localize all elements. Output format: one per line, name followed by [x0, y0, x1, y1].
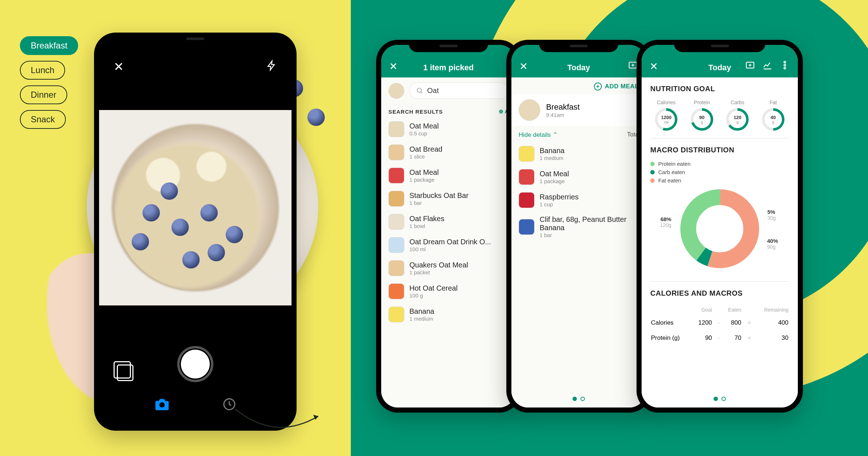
search-result[interactable]: Oat Bread 1 slice: [388, 141, 509, 164]
shutter-button[interactable]: [177, 346, 213, 382]
phone-notch: [140, 33, 251, 45]
meal-item[interactable]: Clif bar, 68g, Peanut Butter Banana 1 ba…: [519, 212, 639, 242]
pager-dot[interactable]: [714, 397, 718, 401]
hide-details-toggle[interactable]: Hide details ⌃: [519, 131, 558, 139]
goal-label: Protein: [686, 100, 718, 105]
blueberry: [132, 233, 149, 250]
meal-card[interactable]: Breakfast 9:41am: [511, 94, 646, 126]
result-name: Oat Flakes: [409, 215, 444, 223]
search-result[interactable]: Oat Meal 1 package: [388, 164, 509, 187]
search-result[interactable]: Quakers Oat Meal 1 packet: [388, 257, 509, 280]
close-icon[interactable]: ✕: [389, 60, 397, 72]
meal-pill-column: Breakfast Lunch Dinner Snack: [20, 36, 78, 129]
goal-value: 1200: [661, 115, 672, 120]
meal-items-list: Banana 1 medium Oat Meal 1 package Raspb…: [511, 142, 646, 242]
result-sub: 1 slice: [409, 153, 442, 160]
result-name: Hot Oat Cereal: [409, 284, 458, 292]
blueberry-decoration: [307, 109, 325, 126]
search-query: Oat: [427, 86, 439, 95]
goal-label: Fat: [757, 100, 790, 105]
goal-unit: g: [736, 120, 739, 124]
item-name: Clif bar, 68g, Peanut Butter Banana: [540, 215, 639, 232]
col-goal: Goal: [693, 305, 712, 315]
item-sub: 1 cup: [540, 201, 579, 207]
result-thumb: [388, 214, 404, 230]
result-sub: 0.5 cup: [409, 130, 439, 136]
close-icon[interactable]: ✕: [114, 59, 124, 75]
search-result[interactable]: Oat Flakes 1 bowl: [388, 210, 509, 233]
row-remaining: 400: [754, 316, 788, 330]
goal-title: NUTRITION GOAL: [650, 85, 789, 93]
result-name: Banana: [409, 307, 434, 316]
result-sub: 1 package: [409, 177, 439, 183]
blueberry: [161, 182, 178, 200]
add-meal-button[interactable]: + ADD MEAL: [511, 77, 646, 94]
camera-tab-icon[interactable]: [154, 396, 170, 415]
chart-icon[interactable]: [762, 60, 773, 72]
result-name: Oat Meal: [409, 122, 439, 130]
result-name: Oat Bread: [409, 145, 442, 153]
item-thumb: [519, 192, 535, 208]
result-thumb: [388, 307, 404, 322]
row-label: Calories: [651, 316, 692, 330]
selected-thumb: [388, 83, 404, 99]
meal-screen: ✕ Today + ADD MEAL Breakfast 9:41am: [511, 45, 646, 408]
search-result[interactable]: Hot Oat Cereal 100 g: [388, 280, 509, 303]
header-title: Today: [708, 63, 731, 72]
col-eaten: Eaten: [723, 305, 741, 315]
meal-time: 9:41am: [546, 112, 580, 118]
pager-dot[interactable]: [580, 397, 585, 401]
meal-item[interactable]: Banana 1 medium: [519, 142, 639, 165]
search-result[interactable]: Oat Dream Oat Drink O... 100 ml: [388, 233, 509, 257]
result-thumb: [388, 121, 404, 137]
nutrition-phone: ✕ Today NUTRITION GOAL Calories 1200cal …: [637, 40, 803, 413]
row-label: Protein (g): [651, 331, 692, 345]
result-name: Oat Dream Oat Drink O...: [409, 238, 491, 246]
pager-dot[interactable]: [722, 397, 726, 401]
goal-rings: Calories 1200cal Protein 90g Carbs 120g …: [650, 100, 789, 131]
item-name: Banana: [540, 147, 565, 155]
macro-table-body: Calories 1200- 800= 400Protein (g) 90- 7…: [651, 316, 788, 345]
result-sub: 100 ml: [409, 246, 491, 252]
row-eaten: 800: [723, 316, 741, 330]
search-screen: ✕ 1 item picked Oat SEARCH RESULTS ⊕ A O…: [381, 45, 516, 408]
pill-lunch[interactable]: Lunch: [20, 61, 65, 80]
result-sub: 100 g: [409, 292, 458, 299]
close-icon[interactable]: ✕: [519, 60, 528, 72]
result-sub: 1 packet: [409, 269, 468, 275]
fat-pct: 68%: [660, 216, 671, 222]
row-goal: 1200: [693, 316, 712, 330]
macro-title: MACRO DISTRIBUTION: [650, 146, 789, 154]
header-title: Today: [567, 63, 590, 72]
result-thumb: [388, 144, 404, 160]
pager-dot[interactable]: [573, 397, 577, 401]
carb-g: 30g: [767, 215, 776, 221]
add-entry-icon[interactable]: [745, 60, 755, 72]
meal-thumb: [519, 99, 540, 121]
item-name: Raspberries: [540, 193, 579, 201]
result-thumb: [388, 260, 404, 276]
nutrition-screen: ✕ Today NUTRITION GOAL Calories 1200cal …: [642, 45, 798, 408]
more-icon[interactable]: [780, 60, 790, 72]
search-result[interactable]: Starbucks Oat Bar 1 bar: [388, 187, 509, 210]
flash-icon[interactable]: [266, 59, 277, 75]
pill-snack[interactable]: Snack: [20, 110, 66, 129]
search-result[interactable]: Oat Meal 0.5 cup: [388, 118, 509, 141]
meal-item[interactable]: Oat Meal 1 package: [519, 165, 639, 189]
svg-point-5: [784, 62, 786, 63]
close-icon[interactable]: ✕: [650, 60, 658, 72]
search-result[interactable]: Banana 1 medium: [388, 303, 509, 326]
result-sub: 1 bowl: [409, 223, 444, 229]
pill-dinner[interactable]: Dinner: [20, 85, 67, 104]
item-name: Oat Meal: [540, 170, 569, 178]
legend-protein: Protein eaten: [650, 161, 789, 167]
header-title: 1 item picked: [423, 63, 473, 72]
pill-breakfast[interactable]: Breakfast: [20, 36, 78, 55]
goal-value: 120: [733, 115, 741, 120]
item-thumb: [519, 169, 535, 185]
meal-item[interactable]: Raspberries 1 cup: [519, 189, 639, 212]
camera-phone: ✕: [94, 33, 297, 431]
search-input[interactable]: Oat: [409, 83, 509, 99]
goal-unit: cal: [664, 120, 669, 124]
legend-carb: Carb eaten: [650, 169, 789, 175]
